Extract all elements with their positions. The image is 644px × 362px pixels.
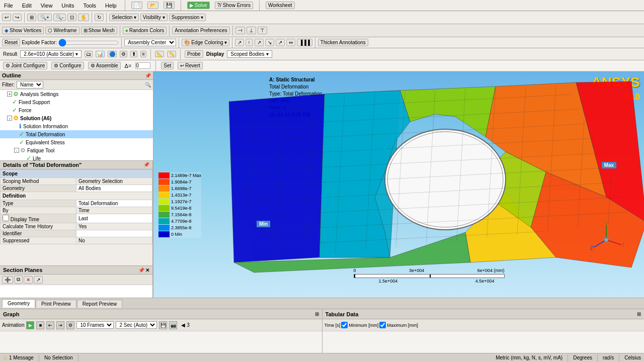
set-btn[interactable]: Set: [161, 62, 174, 69]
tree-fixed-support[interactable]: ✓ Fixed Support: [0, 98, 153, 106]
expand-fatigue[interactable]: -: [14, 148, 19, 153]
reset-btn[interactable]: Reset: [2, 39, 20, 46]
menu-units[interactable]: Units: [59, 2, 76, 9]
frames-select[interactable]: 10 Frames: [76, 321, 114, 329]
result-icon1[interactable]: 🗂: [85, 51, 93, 57]
tab-print-preview[interactable]: Print Preview: [36, 300, 76, 308]
suppressed-value[interactable]: No: [76, 237, 152, 244]
filter-search-btn[interactable]: 🔍: [145, 82, 151, 87]
tree-solution-info[interactable]: ℹ Solution Information: [0, 122, 153, 130]
show-mesh-btn[interactable]: ⊞ Show Mesh: [81, 27, 117, 34]
select-button[interactable]: Selection ▾: [109, 14, 139, 21]
expand-analysis[interactable]: +: [7, 92, 12, 97]
menu-edit[interactable]: Edit: [20, 2, 34, 9]
redo-button[interactable]: ↪: [13, 14, 22, 21]
zoom-in-button[interactable]: 🔍+: [38, 14, 52, 21]
open-button[interactable]: 📂: [147, 2, 158, 9]
arrow-btn5[interactable]: ↗: [276, 39, 285, 46]
details-pin-btn[interactable]: 📌: [143, 162, 149, 168]
section-planes-pin-btn[interactable]: 📌: [138, 267, 144, 273]
suppression-button[interactable]: Suppression ▾: [169, 14, 206, 21]
solve-button[interactable]: ▶ Solve: [187, 2, 210, 9]
stop-btn[interactable]: ■: [36, 321, 44, 329]
result-icon8[interactable]: 📏: [167, 51, 176, 57]
worksheet-button[interactable]: Worksheet: [266, 2, 295, 9]
edge-coloring-btn[interactable]: 🎨 Edge Coloring ▾: [182, 39, 229, 46]
thicken-annotations-btn[interactable]: Thicken Annotations: [318, 39, 368, 46]
viewport[interactable]: A: Static Structural Total Deformation T…: [153, 71, 644, 298]
tree-solution[interactable]: - ⚙ Solution (A6): [0, 114, 153, 122]
zoom-out-button[interactable]: 🔍-: [53, 14, 66, 21]
align-btn2[interactable]: ⊥: [247, 27, 256, 34]
tab-report-preview[interactable]: Report Preview: [77, 300, 122, 308]
tree-force[interactable]: ✓ Force: [0, 106, 153, 114]
speed-select[interactable]: 2 Sec (Auto): [116, 321, 157, 329]
align-btn3[interactable]: ⊤: [258, 27, 267, 34]
min-checkbox[interactable]: [341, 322, 348, 328]
display-time-value[interactable]: Last: [76, 214, 152, 223]
sp-copy-btn[interactable]: ⧉: [14, 276, 23, 284]
type-value[interactable]: Total Deformation: [76, 200, 152, 207]
outline-pin-btn[interactable]: 📌: [145, 73, 151, 78]
result-icon4[interactable]: ⚙: [120, 51, 127, 57]
menu-view[interactable]: View: [39, 2, 55, 9]
result-icon3[interactable]: 🔵: [108, 51, 117, 57]
anim-mode2-btn[interactable]: ⇥: [56, 321, 64, 329]
sp-move-btn[interactable]: ↗: [34, 276, 43, 284]
arrow-btn6[interactable]: ⇔: [286, 39, 295, 46]
by-value[interactable]: Time: [76, 207, 152, 214]
tree-analysis-settings[interactable]: + ⚙ Analysis Settings: [0, 90, 153, 98]
tabular-expand-btn[interactable]: ⊞: [637, 311, 641, 317]
sp-delete-btn[interactable]: ✕: [24, 276, 33, 284]
result-icon6[interactable]: ≡: [140, 51, 146, 57]
anim-mode1-btn[interactable]: ⇤: [46, 321, 54, 329]
wireframe-btn[interactable]: ⬡ Wireframe: [45, 27, 79, 34]
filter-select[interactable]: Name: [17, 81, 43, 88]
delta-input[interactable]: [135, 62, 150, 69]
export-btn[interactable]: 💾: [159, 321, 167, 329]
tab-geometry[interactable]: Geometry: [2, 299, 35, 308]
menu-file[interactable]: File: [2, 2, 15, 9]
graph-expand-btn[interactable]: ⊞: [315, 311, 319, 317]
identifier-value[interactable]: [76, 230, 152, 237]
scoping-method-value[interactable]: Geometry Selection: [76, 178, 152, 185]
camera-btn[interactable]: 📷: [169, 321, 177, 329]
undo-button[interactable]: ↩: [2, 14, 11, 21]
arrow-btn3[interactable]: ↗: [255, 39, 264, 46]
play-btn[interactable]: ▶: [26, 321, 34, 329]
tree-life[interactable]: ✓ Life: [0, 154, 153, 160]
result-icon7[interactable]: 📐: [155, 51, 164, 57]
new-button[interactable]: 📄: [131, 2, 142, 9]
scoped-bodies-btn[interactable]: Scoped Bodies ▾: [227, 50, 272, 58]
tree-total-deformation[interactable]: ✓ Total Deformation: [0, 130, 153, 138]
sp-add-btn[interactable]: ➕: [2, 276, 13, 284]
max-label[interactable]: Max: [602, 162, 616, 168]
menu-tools[interactable]: Tools: [81, 2, 98, 9]
calc-history-value[interactable]: Yes: [76, 223, 152, 230]
tree-equiv-stress[interactable]: ✓ Equivalent Stress: [0, 138, 153, 146]
rotate-button[interactable]: ↻: [95, 14, 104, 21]
tree-fatigue-tool[interactable]: - ⚙ Fatigue Tool: [0, 146, 153, 154]
arrow-btn1[interactable]: ↗: [235, 39, 244, 46]
arrow-btn4[interactable]: ↘: [265, 39, 274, 46]
geometry-value[interactable]: All Bodies: [76, 185, 152, 192]
visibility-button[interactable]: Visibility ▾: [140, 14, 168, 21]
expand-solution[interactable]: -: [7, 116, 12, 121]
zoom-fit-button[interactable]: ⊞: [27, 14, 36, 21]
probe-btn[interactable]: Probe: [185, 50, 203, 58]
save-button[interactable]: 💾: [164, 2, 175, 9]
arrow-btn2[interactable]: ↑: [246, 39, 253, 46]
section-planes-close-btn[interactable]: ✕: [145, 267, 149, 273]
assemble-btn[interactable]: ⚙ Assemble: [88, 62, 121, 69]
result-icon5[interactable]: ⬆: [130, 51, 137, 57]
configure-btn[interactable]: ⚙ Configure: [51, 62, 84, 69]
menu-help[interactable]: Help: [103, 2, 119, 9]
random-colors-btn[interactable]: ● Random Colors: [123, 27, 167, 34]
display-time-checkbox[interactable]: [3, 215, 9, 221]
annotation-prefs-btn[interactable]: Annotation Preferences: [172, 27, 230, 34]
result-value-btn[interactable]: 2.6e+010 (Auto Scale) ▾: [20, 50, 82, 58]
zoom-box-button[interactable]: ⊡: [67, 14, 76, 21]
joint-configure-btn[interactable]: ⚙ Joint Configure: [3, 62, 47, 69]
min-label[interactable]: Min: [257, 221, 270, 227]
anim-settings-btn[interactable]: ⚙: [66, 321, 74, 329]
